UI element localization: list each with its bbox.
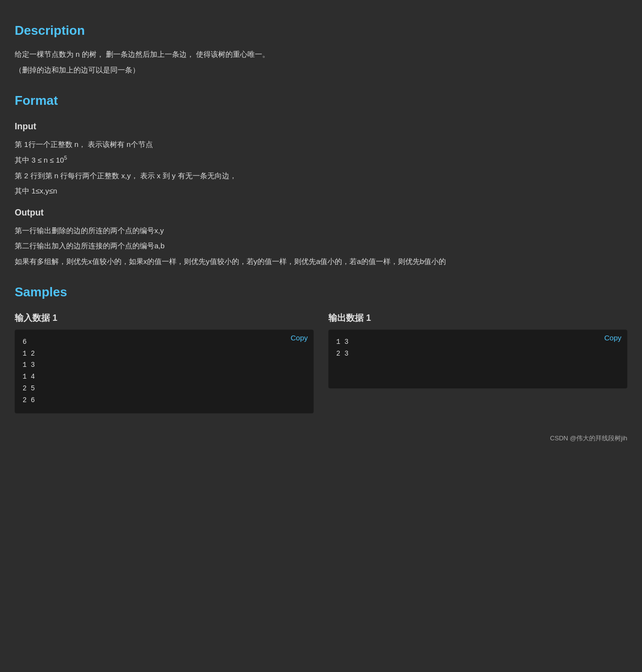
copy-output-button[interactable]: Copy [604, 334, 621, 342]
format-title: Format [15, 90, 627, 111]
output-line1: 第一行输出删除的边的所连的两个点的编号x,y [15, 224, 627, 237]
output-sample-1: 输出数据 1 Copy 1 3 2 3 [328, 311, 627, 413]
format-section: Format Input 第 1行一个正整数 n， 表示该树有 n个节点 其中 … [15, 90, 627, 267]
input-line2-sup: 5 [64, 155, 67, 161]
description-line1: 给定一棵节点数为 n 的树， 删一条边然后加上一条边， 使得该树的重心唯一。 [15, 48, 627, 61]
input-line4: 其中 1≤x,y≤n [15, 185, 627, 197]
input-title: Input [15, 119, 627, 134]
output-title: Output [15, 205, 627, 220]
copy-input-button[interactable]: Copy [291, 334, 308, 342]
input-sample-1-wrapper: Copy 6 1 2 1 3 1 4 2 5 2 6 [15, 330, 314, 413]
input-sample-1-content: 6 1 2 1 3 1 4 2 5 2 6 [15, 330, 314, 413]
footer-credit: CSDN @伟大的拜线段树jih [15, 433, 627, 444]
output-sample-1-label: 输出数据 1 [328, 311, 627, 326]
output-subsection: Output 第一行输出删除的边的所连的两个点的编号x,y 第二行输出加入的边所… [15, 205, 627, 267]
input-line2-prefix: 其中 3 ≤ n ≤ 10 [15, 156, 64, 164]
output-line2: 第二行输出加入的边所连接的两个点的编号a,b [15, 240, 627, 252]
input-subsection: Input 第 1行一个正整数 n， 表示该树有 n个节点 其中 3 ≤ n ≤… [15, 119, 627, 197]
input-sample-1: 输入数据 1 Copy 6 1 2 1 3 1 4 2 5 2 6 [15, 311, 314, 413]
samples-title: Samples [15, 281, 627, 303]
input-line1: 第 1行一个正整数 n， 表示该树有 n个节点 [15, 138, 627, 151]
output-sample-1-content: 1 3 2 3 [328, 330, 627, 388]
output-line3: 如果有多组解，则优先x值较小的，如果x的值一样，则优先y值较小的，若y的值一样，… [15, 255, 627, 268]
description-line2: （删掉的边和加上的边可以是同一条） [15, 64, 627, 76]
samples-section: Samples 输入数据 1 Copy 6 1 2 1 3 1 4 2 5 2 … [15, 281, 627, 413]
input-line2: 其中 3 ≤ n ≤ 105 [15, 153, 627, 167]
output-sample-1-wrapper: Copy 1 3 2 3 [328, 330, 627, 388]
description-section: Description 给定一棵节点数为 n 的树， 删一条边然后加上一条边， … [15, 20, 627, 76]
input-line3: 第 2 行到第 n 行每行两个正整数 x,y， 表示 x 到 y 有无一条无向边… [15, 169, 627, 182]
description-title: Description [15, 20, 627, 41]
input-sample-1-label: 输入数据 1 [15, 311, 314, 326]
samples-grid: 输入数据 1 Copy 6 1 2 1 3 1 4 2 5 2 6 输出数据 1… [15, 311, 627, 413]
